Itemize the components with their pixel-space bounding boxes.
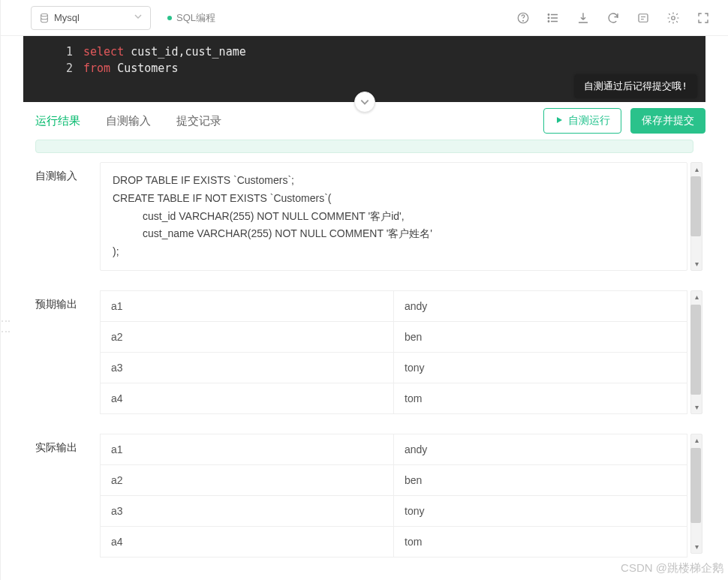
database-icon	[39, 13, 50, 23]
action-buttons: 自测运行 保存并提交	[543, 108, 705, 134]
status-strip	[35, 140, 693, 153]
results-panel: 自测输入 DROP TABLE IF EXISTS `Customers`; C…	[1, 162, 728, 557]
table-row: a1andy	[101, 290, 687, 321]
fullscreen-icon[interactable]	[696, 11, 710, 25]
svg-point-2	[523, 20, 524, 21]
tab-self-input[interactable]: 自测输入	[106, 110, 151, 133]
code-line: 1 select cust_id,cust_name	[23, 44, 705, 60]
status-dot-icon	[167, 16, 172, 20]
line-number: 2	[23, 60, 83, 77]
section-label: 预期输出	[35, 290, 100, 414]
section-self-input: 自测输入 DROP TABLE IF EXISTS `Customers`; C…	[35, 162, 702, 271]
table-row: a3tony	[101, 352, 687, 383]
section-label: 自测输入	[35, 162, 100, 271]
self-run-button[interactable]: 自测运行	[543, 108, 621, 134]
table-row: a4tom	[101, 383, 687, 413]
watermark: CSDN @跳楼梯企鹅	[621, 561, 723, 575]
section-expected: 预期输出 a1andy a2ben a3tony a4tom ▴ ▾	[35, 290, 702, 414]
section-body: DROP TABLE IF EXISTS `Customers`; CREATE…	[100, 162, 702, 271]
code-text: from Customers	[83, 60, 705, 77]
section-actual: 实际输出 a1andy a2ben a3tony a4tom ▴ ▾	[35, 434, 702, 557]
submit-reminder-tooltip: 自测通过后记得提交哦!	[575, 75, 696, 98]
section-label: 实际输出	[35, 434, 100, 557]
tabs: 运行结果 自测输入 提交记录	[35, 110, 221, 133]
download-icon[interactable]	[576, 11, 590, 25]
scrollbar-thumb[interactable]	[690, 176, 701, 236]
app-root: Mysql SQL编程 1 select cust_id,cust_name	[0, 0, 728, 580]
svg-rect-6	[639, 14, 648, 22]
save-submit-label: 保存并提交	[642, 114, 694, 128]
tab-result[interactable]: 运行结果	[35, 110, 80, 133]
scroll-up-icon[interactable]: ▴	[691, 291, 702, 303]
scroll-up-icon[interactable]: ▴	[691, 163, 702, 175]
help-icon[interactable]	[516, 11, 530, 25]
chevron-down-icon	[134, 12, 143, 23]
svg-point-3	[548, 14, 549, 15]
scrollbar-thumb[interactable]	[690, 305, 701, 395]
scrollbar[interactable]: ▴ ▾	[690, 434, 702, 554]
gear-icon[interactable]	[666, 11, 680, 25]
tab-history[interactable]: 提交记录	[176, 110, 221, 133]
code-text: select cust_id,cust_name	[83, 44, 705, 60]
section-body: a1andy a2ben a3tony a4tom ▴ ▾	[100, 434, 702, 557]
notes-icon[interactable]	[636, 11, 650, 25]
list-icon[interactable]	[546, 11, 560, 25]
scrollbar[interactable]: ▴ ▾	[690, 290, 702, 414]
table-row: a1andy	[101, 434, 687, 464]
table-row: a2ben	[101, 321, 687, 352]
code-line: 2 from Customers	[23, 60, 705, 77]
scroll-down-icon[interactable]: ▾	[691, 258, 702, 270]
table-row: a4tom	[101, 526, 687, 557]
top-toolbar: Mysql SQL编程	[1, 0, 728, 36]
scroll-up-icon[interactable]: ▴	[691, 434, 702, 446]
refresh-icon[interactable]	[606, 11, 620, 25]
section-body: a1andy a2ben a3tony a4tom ▴ ▾	[100, 290, 702, 414]
actual-table: a1andy a2ben a3tony a4tom	[100, 434, 687, 557]
mode-indicator: SQL编程	[167, 11, 215, 25]
svg-point-4	[548, 17, 549, 19]
svg-point-0	[41, 14, 48, 17]
save-submit-button[interactable]: 保存并提交	[630, 108, 705, 134]
drag-dots-icon[interactable]: ⋮⋮	[1, 317, 11, 338]
mode-label: SQL编程	[176, 11, 215, 25]
self-run-label: 自测运行	[568, 114, 610, 128]
table-row: a3tony	[101, 495, 687, 526]
line-number: 1	[23, 44, 83, 60]
scroll-down-icon[interactable]: ▾	[691, 401, 702, 413]
scroll-down-icon[interactable]: ▾	[691, 541, 702, 553]
toolbar-actions	[516, 11, 710, 25]
svg-point-7	[672, 16, 675, 20]
editor-wrap: 1 select cust_id,cust_name 2 from Custom…	[23, 36, 705, 102]
svg-point-5	[548, 20, 549, 22]
table-row: a2ben	[101, 464, 687, 495]
self-input-text[interactable]: DROP TABLE IF EXISTS `Customers`; CREATE…	[100, 162, 687, 271]
expected-table: a1andy a2ben a3tony a4tom	[100, 290, 687, 414]
database-select[interactable]: Mysql	[31, 6, 151, 30]
database-select-value: Mysql	[54, 12, 134, 23]
scrollbar[interactable]: ▴ ▾	[690, 162, 702, 271]
resize-handle[interactable]	[354, 92, 375, 113]
scrollbar-thumb[interactable]	[690, 448, 701, 523]
play-icon	[555, 115, 564, 127]
